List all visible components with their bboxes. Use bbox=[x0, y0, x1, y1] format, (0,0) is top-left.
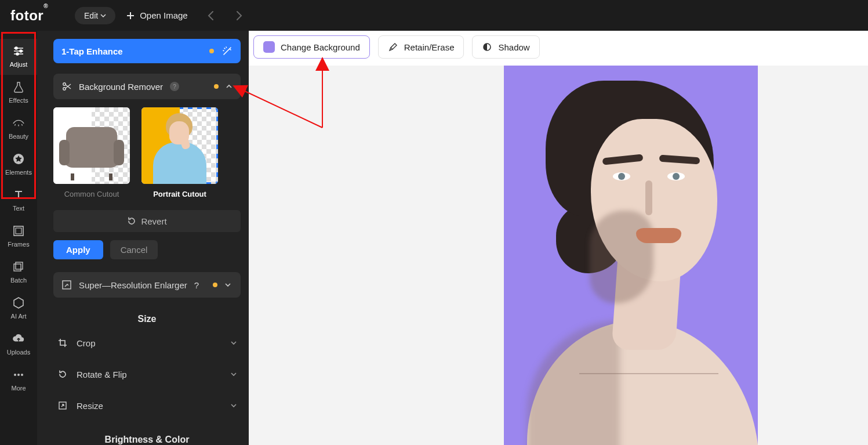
shadow-icon bbox=[482, 42, 492, 52]
brand-logo: fotor® bbox=[10, 8, 48, 24]
canvas-image[interactable] bbox=[504, 66, 758, 445]
rail-batch[interactable]: Batch bbox=[0, 255, 37, 291]
resize-icon bbox=[57, 400, 68, 411]
resize-row[interactable]: Resize bbox=[53, 393, 241, 418]
open-image-label: Open Image bbox=[140, 10, 188, 20]
rail-text[interactable]: Text bbox=[0, 183, 37, 219]
rotate-label: Rotate & Flip bbox=[77, 370, 127, 379]
sliders-icon bbox=[12, 45, 25, 57]
revert-button[interactable]: Revert bbox=[53, 210, 241, 232]
change-background-button[interactable]: Change Background bbox=[253, 35, 370, 59]
rail-label: More bbox=[11, 385, 26, 392]
revert-label: Revert bbox=[141, 216, 166, 226]
rail-label: Elements bbox=[5, 169, 32, 176]
rotate-flip-row[interactable]: Rotate & Flip bbox=[53, 361, 241, 387]
nav-back-button[interactable] bbox=[205, 10, 217, 21]
rail-adjust[interactable]: Adjust bbox=[0, 39, 37, 75]
svg-rect-7 bbox=[14, 264, 21, 271]
change-bg-label: Change Background bbox=[281, 42, 360, 52]
rail-uploads[interactable]: Uploads bbox=[0, 327, 37, 363]
edit-menu[interactable]: Edit bbox=[75, 7, 115, 24]
svg-point-11 bbox=[63, 83, 66, 85]
rail-beauty[interactable]: Beauty bbox=[0, 111, 37, 147]
canvas-toolbar: Change Background Retain/Erase Shadow bbox=[253, 35, 540, 59]
chevron-down-icon bbox=[230, 371, 237, 378]
portrait-cutout-option[interactable]: Portrait Cutout bbox=[141, 107, 218, 198]
help-icon[interactable]: ? bbox=[194, 280, 199, 290]
premium-dot-icon bbox=[214, 84, 219, 89]
rail-label: Beauty bbox=[9, 133, 28, 140]
rail-frames[interactable]: Frames bbox=[0, 219, 37, 255]
canvas-area: Change Background Retain/Erase Shadow bbox=[249, 31, 868, 445]
left-rail: Adjust Effects Beauty Elements Text Fram… bbox=[0, 31, 37, 445]
apply-button[interactable]: Apply bbox=[53, 240, 103, 259]
crop-label: Crop bbox=[77, 338, 96, 348]
brightness-section-title: Brightness & Color bbox=[53, 435, 241, 445]
rail-label: AI Art bbox=[11, 313, 27, 320]
bg-remover-header[interactable]: Background Remover ? bbox=[53, 74, 241, 99]
frame-icon bbox=[12, 225, 25, 237]
portrait-cutout-thumb bbox=[141, 107, 218, 184]
rail-label: Adjust bbox=[10, 61, 28, 68]
brand-text: fotor bbox=[10, 8, 43, 23]
rail-effects[interactable]: Effects bbox=[0, 75, 37, 111]
eye-icon bbox=[12, 117, 25, 129]
retain-erase-button[interactable]: Retain/Erase bbox=[378, 35, 464, 59]
nav-forward-button[interactable] bbox=[233, 10, 245, 21]
rail-label: Frames bbox=[8, 241, 29, 248]
bg-remover-label: Background Remover bbox=[79, 82, 163, 92]
pencil-icon bbox=[388, 42, 398, 52]
edit-menu-label: Edit bbox=[84, 11, 98, 20]
premium-dot-icon bbox=[213, 283, 217, 287]
crop-icon bbox=[57, 338, 68, 348]
one-tap-enhance-button[interactable]: 1-Tap Enhance bbox=[53, 39, 241, 63]
shadow-button[interactable]: Shadow bbox=[472, 35, 539, 59]
rail-label: Effects bbox=[9, 97, 28, 104]
svg-point-12 bbox=[63, 88, 66, 90]
common-cutout-label: Common Cutout bbox=[53, 190, 130, 198]
portrait-cutout-label: Portrait Cutout bbox=[141, 190, 218, 198]
enlarge-icon bbox=[61, 280, 72, 290]
text-icon bbox=[12, 189, 25, 201]
retain-erase-label: Retain/Erase bbox=[404, 42, 455, 52]
adjust-panel: 1-Tap Enhance Background Remover ? Commo… bbox=[37, 31, 249, 445]
cancel-button[interactable]: Cancel bbox=[110, 240, 158, 259]
cloud-upload-icon bbox=[12, 332, 25, 345]
rail-label: Uploads bbox=[7, 349, 30, 356]
svg-point-10 bbox=[21, 374, 23, 376]
svg-point-8 bbox=[14, 374, 16, 376]
dots-icon bbox=[12, 368, 25, 381]
svg-point-2 bbox=[16, 53, 19, 55]
canvas-stage[interactable] bbox=[249, 66, 868, 445]
chevron-down-icon bbox=[230, 402, 237, 409]
super-resolution-header[interactable]: Super—Resolution Enlarger ? bbox=[53, 272, 241, 298]
superres-label: Super—Resolution Enlarger bbox=[79, 280, 187, 290]
svg-point-0 bbox=[15, 47, 17, 49]
rail-elements[interactable]: Elements bbox=[0, 147, 37, 183]
magic-wand-icon bbox=[222, 46, 233, 56]
chevron-down-icon bbox=[224, 281, 231, 288]
premium-dot-icon bbox=[209, 49, 214, 53]
rotate-icon bbox=[57, 369, 68, 379]
scissors-icon bbox=[61, 81, 72, 92]
arrow-right-icon bbox=[233, 10, 245, 21]
rail-aiart[interactable]: AI Art bbox=[0, 291, 37, 327]
common-cutout-option[interactable]: Common Cutout bbox=[53, 107, 130, 198]
open-image-button[interactable]: Open Image bbox=[126, 10, 188, 20]
star-circle-icon bbox=[12, 153, 25, 165]
arrow-left-icon bbox=[205, 10, 217, 21]
plus-icon bbox=[126, 11, 135, 20]
crop-row[interactable]: Crop bbox=[53, 330, 241, 356]
stack-icon bbox=[12, 261, 25, 273]
chevron-up-icon bbox=[226, 83, 233, 90]
bg-color-swatch bbox=[263, 41, 275, 53]
apply-label: Apply bbox=[66, 245, 90, 255]
enhance-label: 1-Tap Enhance bbox=[61, 46, 123, 56]
registered-icon: ® bbox=[43, 3, 48, 9]
help-icon[interactable]: ? bbox=[170, 82, 179, 91]
hexagon-icon bbox=[12, 296, 25, 309]
svg-point-1 bbox=[20, 50, 22, 52]
rail-more[interactable]: More bbox=[0, 363, 37, 399]
resize-label: Resize bbox=[77, 401, 103, 411]
rail-label: Batch bbox=[10, 277, 27, 284]
